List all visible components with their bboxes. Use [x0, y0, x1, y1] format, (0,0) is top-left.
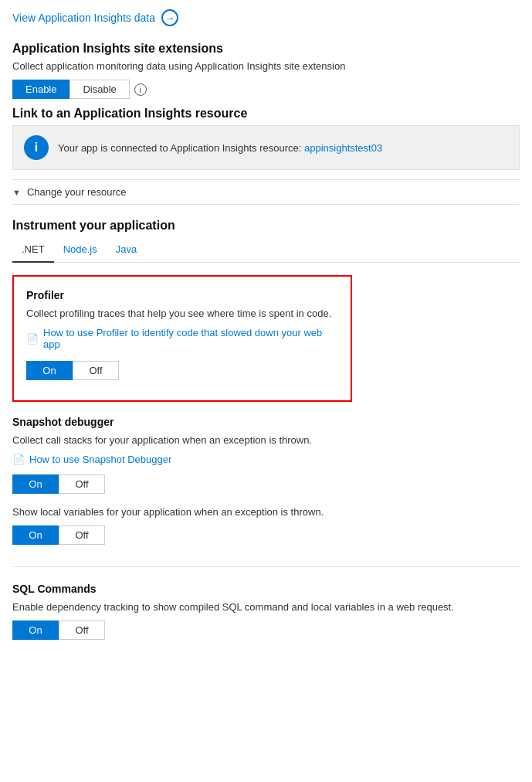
profiler-link[interactable]: 📄 How to use Profiler to identify code t…	[26, 327, 338, 350]
info-banner-icon: i	[24, 135, 49, 160]
snapshot-off-button[interactable]: Off	[59, 474, 105, 494]
info-banner: i Your app is connected to Application I…	[12, 125, 520, 170]
snapshot-title: Snapshot debugger	[12, 416, 520, 428]
tab-java[interactable]: Java	[107, 237, 146, 263]
instrument-title: Instrument your application	[12, 219, 520, 233]
profiler-link-text: How to use Profiler to identify code tha…	[43, 327, 338, 350]
snapshot-extra-off-button[interactable]: Off	[59, 525, 105, 545]
sql-desc: Enable dependency tracking to show compi…	[12, 601, 520, 613]
snapshot-extra-desc: Show local variables for your applicatio…	[12, 506, 520, 518]
view-insights-link[interactable]: View Application Insights data →	[12, 9, 520, 26]
info-icon[interactable]: i	[134, 83, 147, 96]
instrument-tabs: .NET Node.js Java	[12, 237, 520, 263]
enable-button[interactable]: Enable	[12, 80, 69, 99]
sql-on-button[interactable]: On	[12, 620, 59, 640]
sql-off-button[interactable]: Off	[59, 620, 105, 640]
tab-nodejs[interactable]: Node.js	[54, 237, 107, 263]
sql-title: SQL Commands	[12, 583, 520, 595]
profiler-section: Profiler Collect profiling traces that h…	[12, 275, 352, 402]
change-resource-label: Change your resource	[27, 186, 127, 198]
snapshot-toggle: On Off	[12, 474, 520, 494]
link-section: i Your app is connected to Application I…	[12, 125, 520, 205]
info-banner-text: Your app is connected to Application Ins…	[58, 142, 382, 154]
snapshot-link-icon: 📄	[12, 454, 25, 465]
instrument-section: Instrument your application .NET Node.js…	[12, 219, 520, 640]
resource-link[interactable]: appinsightstest03	[304, 142, 382, 154]
snapshot-desc: Collect call stacks for your application…	[12, 434, 520, 446]
profiler-on-button[interactable]: On	[26, 361, 73, 380]
profiler-off-button[interactable]: Off	[73, 361, 119, 380]
snapshot-link-text: How to use Snapshot Debugger	[29, 454, 171, 465]
site-extensions-toggle: Enable Disable i	[12, 80, 520, 99]
tab-dotnet[interactable]: .NET	[12, 237, 54, 263]
chevron-down-icon: ▼	[12, 188, 21, 197]
view-insights-label: View Application Insights data	[12, 12, 155, 24]
profiler-link-icon: 📄	[26, 333, 39, 345]
snapshot-debugger-section: Snapshot debugger Collect call stacks fo…	[12, 416, 520, 567]
snapshot-extra-on-button[interactable]: On	[12, 525, 59, 545]
snapshot-extra-toggle: On Off	[12, 525, 520, 545]
snapshot-on-button[interactable]: On	[12, 474, 59, 494]
change-resource-toggle[interactable]: ▼ Change your resource	[12, 179, 520, 205]
snapshot-link[interactable]: 📄 How to use Snapshot Debugger	[12, 454, 520, 465]
sql-toggle: On Off	[12, 620, 520, 640]
link-section-title: Link to an Application Insights resource	[12, 107, 520, 121]
disable-button[interactable]: Disable	[69, 80, 129, 99]
site-extensions-desc: Collect application monitoring data usin…	[12, 60, 520, 72]
profiler-toggle: On Off	[26, 361, 338, 380]
profiler-title: Profiler	[26, 289, 338, 301]
sql-section: SQL Commands Enable dependency tracking …	[12, 583, 520, 640]
profiler-description: Collect profiling traces that help you s…	[26, 308, 338, 319]
site-extensions-title: Application Insights site extensions	[12, 42, 520, 56]
arrow-circle-icon: →	[161, 9, 178, 26]
